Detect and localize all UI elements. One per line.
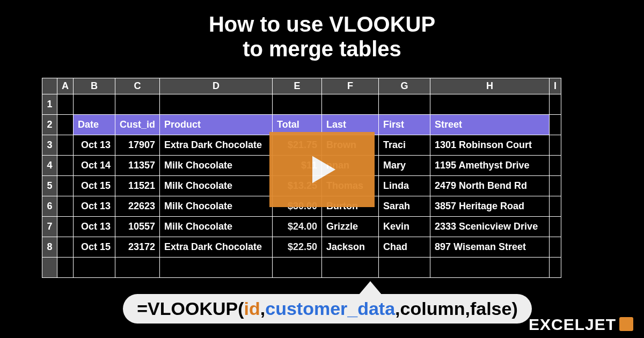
cell-cust[interactable]: 11357: [115, 156, 160, 176]
cell[interactable]: [57, 217, 74, 237]
cell-product[interactable]: Extra Dark Chocolate: [160, 135, 273, 156]
cell[interactable]: [57, 135, 74, 156]
cell[interactable]: [57, 94, 74, 115]
cell-date[interactable]: Oct 13: [74, 196, 115, 217]
cell[interactable]: [160, 94, 273, 115]
cell[interactable]: [273, 94, 322, 115]
row-header-4[interactable]: 4: [42, 156, 57, 176]
cell-product[interactable]: Extra Dark Chocolate: [160, 237, 273, 258]
cell-cust[interactable]: 10557: [115, 217, 160, 237]
cell[interactable]: [57, 196, 74, 217]
cell-date[interactable]: Oct 14: [74, 156, 115, 176]
cell[interactable]: [74, 94, 115, 115]
cell[interactable]: [379, 94, 430, 115]
cell[interactable]: [57, 258, 74, 278]
cell-date[interactable]: Oct 13: [74, 217, 115, 237]
cell[interactable]: [430, 258, 550, 278]
col-header-c[interactable]: C: [115, 78, 160, 94]
hdr-product[interactable]: Product: [160, 115, 273, 135]
col-header-g[interactable]: G: [379, 78, 430, 94]
cell-product[interactable]: Milk Chocolate: [160, 156, 273, 176]
cell-street[interactable]: 1301 Robinson Court: [430, 135, 550, 156]
cell[interactable]: [550, 258, 561, 278]
cell-first[interactable]: Traci: [379, 135, 430, 156]
cell-last[interactable]: Grizzle: [322, 217, 379, 237]
formula-arg-false: false: [470, 298, 512, 319]
cell-cust[interactable]: 23172: [115, 237, 160, 258]
cell[interactable]: [322, 258, 379, 278]
brand-text: EXCELJET: [529, 315, 616, 333]
cell-street[interactable]: 1195 Amethyst Drive: [430, 156, 550, 176]
cell[interactable]: [550, 237, 561, 258]
cell-date[interactable]: Oct 15: [74, 176, 115, 196]
cell-cust[interactable]: 11521: [115, 176, 160, 196]
cell[interactable]: [430, 94, 550, 115]
cell[interactable]: [273, 258, 322, 278]
cell-first[interactable]: Chad: [379, 237, 430, 258]
row-header-empty[interactable]: [42, 258, 57, 278]
cell[interactable]: [550, 196, 561, 217]
cell-cust[interactable]: 17907: [115, 135, 160, 156]
cell[interactable]: [550, 115, 561, 135]
cell[interactable]: [115, 94, 160, 115]
cell[interactable]: [550, 94, 561, 115]
hdr-street[interactable]: Street: [430, 115, 550, 135]
formula-pill: =VLOOKUP(id,customer_data,column,false): [123, 294, 532, 324]
cell[interactable]: [74, 258, 115, 278]
hdr-first[interactable]: First: [379, 115, 430, 135]
hdr-cust[interactable]: Cust_id: [115, 115, 160, 135]
formula-comma: ,: [260, 298, 265, 319]
col-header-a[interactable]: A: [57, 78, 74, 94]
cell-cust[interactable]: 22623: [115, 196, 160, 217]
cell[interactable]: [322, 94, 379, 115]
formula-callout: =VLOOKUP(id,customer_data,column,false): [118, 294, 537, 324]
play-button[interactable]: [269, 132, 375, 207]
cell[interactable]: [115, 258, 160, 278]
cell-product[interactable]: Milk Chocolate: [160, 176, 273, 196]
row-header-8[interactable]: 8: [42, 237, 57, 258]
row-header-2[interactable]: 2: [42, 115, 57, 135]
formula-eq: =: [137, 298, 148, 319]
cell-total[interactable]: $24.00: [273, 217, 322, 237]
cell-last[interactable]: Jackson: [322, 237, 379, 258]
cell-date[interactable]: Oct 15: [74, 237, 115, 258]
col-header-d[interactable]: D: [160, 78, 273, 94]
cell[interactable]: [57, 176, 74, 196]
col-header-h[interactable]: H: [430, 78, 550, 94]
cell[interactable]: [57, 156, 74, 176]
cell[interactable]: [550, 217, 561, 237]
cell[interactable]: [57, 115, 74, 135]
cell[interactable]: [550, 176, 561, 196]
col-header-f[interactable]: F: [322, 78, 379, 94]
cell-first[interactable]: Linda: [379, 176, 430, 196]
col-header-b[interactable]: B: [74, 78, 115, 94]
row-header-1[interactable]: 1: [42, 94, 57, 115]
col-header-i[interactable]: I: [550, 78, 561, 94]
column-header-row: A B C D E F G H I: [42, 78, 561, 94]
row-header-3[interactable]: 3: [42, 135, 57, 156]
svg-marker-0: [312, 156, 335, 183]
cell[interactable]: [160, 258, 273, 278]
cell-total[interactable]: $22.50: [273, 237, 322, 258]
cell-first[interactable]: Sarah: [379, 196, 430, 217]
cell-street[interactable]: 2479 North Bend Rd: [430, 176, 550, 196]
row-header-5[interactable]: 5: [42, 176, 57, 196]
cell-street[interactable]: 3857 Heritage Road: [430, 196, 550, 217]
cell[interactable]: [57, 237, 74, 258]
cell-date[interactable]: Oct 13: [74, 135, 115, 156]
cell[interactable]: [550, 156, 561, 176]
cell-product[interactable]: Milk Chocolate: [160, 196, 273, 217]
cell-street[interactable]: 2333 Scenicview Drive: [430, 217, 550, 237]
cell-street[interactable]: 897 Wiseman Street: [430, 237, 550, 258]
cell[interactable]: [379, 258, 430, 278]
cell[interactable]: [550, 135, 561, 156]
cell-product[interactable]: Milk Chocolate: [160, 217, 273, 237]
col-header-e[interactable]: E: [273, 78, 322, 94]
row-header-6[interactable]: 6: [42, 196, 57, 217]
cell-first[interactable]: Kevin: [379, 217, 430, 237]
formula-comma: ,: [395, 298, 400, 319]
hdr-date[interactable]: Date: [74, 115, 115, 135]
table-row: 7 Oct 13 10557 Milk Chocolate $24.00 Gri…: [42, 217, 561, 237]
cell-first[interactable]: Mary: [379, 156, 430, 176]
row-header-7[interactable]: 7: [42, 217, 57, 237]
